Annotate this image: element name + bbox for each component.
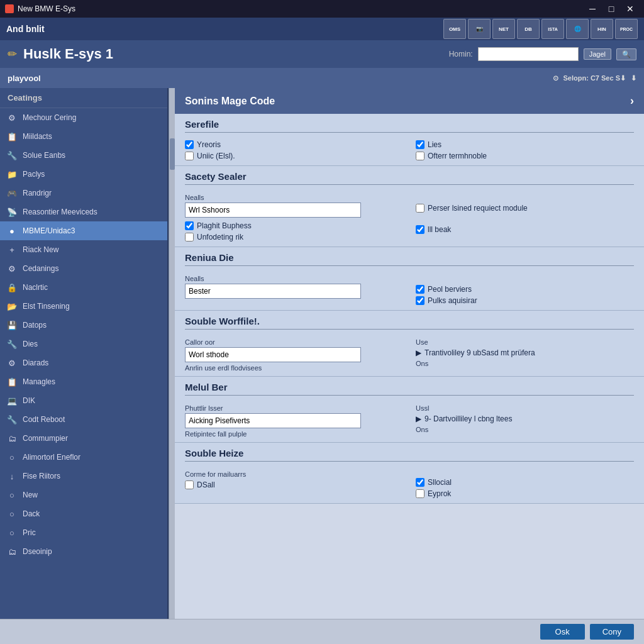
sidebar-item-dack[interactable]: ○ Dack — [0, 504, 167, 523]
sidebar-item-randrigr[interactable]: 🎮 Randrigr — [0, 184, 167, 203]
sidebar-label: Dies — [23, 340, 38, 348]
checkbox-dsall-label: DSall — [197, 480, 215, 489]
serefile-title: Serefile — [185, 119, 634, 133]
sidebar-item-dseoinip[interactable]: 🗂 Dseoinip — [0, 542, 167, 561]
sidebar-scrollbar[interactable] — [169, 88, 175, 619]
app-icon — [5, 4, 14, 13]
cancel-button[interactable]: Cony — [590, 624, 634, 640]
checkbox-pulks-input[interactable] — [416, 296, 425, 305]
window-title: New BMW E-Sys — [18, 4, 75, 13]
checkbox-unfodeting: Unfodeting rik — [185, 233, 403, 242]
toolbar-icon-net[interactable]: NET — [492, 19, 515, 39]
sidebar-item-managles[interactable]: 📋 Managles — [0, 372, 167, 391]
checkbox-lll-input[interactable] — [416, 225, 425, 234]
computer-icon: 💻 — [6, 395, 18, 406]
checkbox-plaghit-input[interactable] — [185, 221, 194, 230]
close-button[interactable]: ✕ — [621, 2, 639, 16]
toolbar-icon-hin[interactable]: HIN — [591, 19, 613, 39]
sidebar-item-paclys[interactable]: 📁 Paclys — [0, 165, 167, 184]
checkbox-perser-input[interactable] — [416, 204, 425, 213]
title-bar: New BMW E-Sys ─ □ ✕ — [0, 0, 644, 18]
checkbox-pulks-label: Pulks aquisirar — [428, 296, 477, 305]
sidebar-item-elst[interactable]: 📂 Elst Tinsening — [0, 297, 167, 316]
sidebar-item-pric[interactable]: ○ Pric — [0, 523, 167, 542]
sidebar-wrapper: Ceatings ⚙ Mechour Cering 📋 Miildacts 🔧 … — [0, 88, 175, 619]
corme-label: Corme for mailuarrs — [185, 470, 403, 478]
melul-right-note: Ons — [416, 426, 634, 433]
checkbox-uniic-input[interactable] — [185, 152, 194, 160]
sidebar-item-cedanings[interactable]: ⚙ Cedanings — [0, 259, 167, 278]
sidebar-item-alimortorl[interactable]: ○ Alimortorl Eneflor — [0, 448, 167, 467]
sidebar-item-naclrtic[interactable]: 🔒 Naclrtic — [0, 278, 167, 297]
aicking-input[interactable] — [185, 413, 361, 428]
checkbox-unfodeting-input[interactable] — [185, 233, 194, 242]
toolbar-icon-oms[interactable]: OMS — [443, 19, 466, 39]
maximize-button[interactable]: □ — [602, 2, 620, 16]
homin-input[interactable] — [478, 47, 579, 61]
sidebar-item-dies[interactable]: 🔧 Dies — [0, 335, 167, 353]
toolbar-icon-cam[interactable]: 📷 — [468, 19, 491, 39]
checkbox-yreoris-input[interactable] — [185, 140, 194, 149]
checkbox-perser-label: Perser lsined requiect module — [428, 204, 528, 213]
bester-input[interactable] — [185, 284, 361, 299]
sidebar-item-commumpier[interactable]: 🗂 Commumpier — [0, 429, 167, 448]
edit-icon: ✏ — [8, 47, 17, 61]
sub-toolbar-status: ⊙ Selopn: C7 Sec S⬇ ⬇ — [553, 74, 636, 82]
wrl-sshoors-input[interactable] — [185, 203, 361, 218]
checkbox-sllocial-input[interactable] — [416, 478, 425, 487]
melul-note: Retipintec fall pulple — [185, 430, 403, 438]
sidebar-item-miildacts[interactable]: 📋 Miildacts — [0, 127, 167, 146]
wrench-icon: 🔧 — [6, 150, 18, 161]
sidebar-item-codt[interactable]: 🔧 Codt Reboot — [0, 410, 167, 429]
sidebar-item-new[interactable]: ○ New — [0, 486, 167, 504]
sidebar-label: Paclys — [23, 170, 45, 179]
souble-worffile-note: Anrlin use erdl flodvisees — [185, 364, 403, 372]
checkbox-sllocial: Sllocial — [416, 478, 634, 487]
ok-button[interactable]: Osk — [540, 624, 585, 640]
checkbox-ofterr-input[interactable] — [416, 152, 425, 160]
reniua-cols: Nealls Peol berviers Pulks aquisirar — [185, 271, 634, 308]
jagel-button[interactable]: Jagel — [584, 48, 611, 60]
worl-sthode-input[interactable] — [185, 347, 361, 362]
serefile-right: Lies Ofterr termhnoble — [416, 138, 634, 163]
lock-icon: 🔒 — [6, 282, 18, 293]
sidebar-item-riack[interactable]: + Riack New — [0, 240, 167, 259]
minimize-button[interactable]: ─ — [584, 2, 601, 16]
section-souble-heize: Souble Heize Corme for mailuarrs DSall S… — [175, 443, 644, 504]
sidebar-item-solue[interactable]: 🔧 Solue Eanbs — [0, 146, 167, 165]
checkbox-dsall-input[interactable] — [185, 480, 194, 489]
ussl-label: Ussl — [416, 404, 634, 412]
gear-icon: ⚙ — [6, 112, 18, 123]
app-header: ✏ Huslk E-sys 1 Homin: Jagel 🔍 — [0, 40, 644, 68]
melul-cols: Phuttlir lsser Retipintec fall pulple Us… — [185, 401, 634, 440]
souble-heize-left: Corme for mailuarrs DSall — [185, 467, 403, 501]
sidebar-item-mechour[interactable]: ⚙ Mechour Cering — [0, 108, 167, 127]
sidebar-item-reasontier[interactable]: 📡 Reasontier Meeviceds — [0, 203, 167, 221]
toolbar-icon-nav[interactable]: 🌐 — [566, 19, 589, 39]
panel-close-button[interactable]: › — [630, 94, 634, 108]
toolbar-icon-db[interactable]: DB — [517, 19, 540, 39]
melul-left: Phuttlir lsser Retipintec fall pulple — [185, 401, 403, 440]
sidebar-item-mbme[interactable]: ● MBME/Unidac3 — [0, 221, 167, 240]
souble-worffile-left: Callor oor Anrlin use erdl flodvisees — [185, 335, 403, 374]
dartvoilliley-row: ▶ 9- Dartvoilliley l cbng ltees — [416, 414, 634, 423]
checkbox-lies-input[interactable] — [416, 140, 425, 149]
sidebar-item-dik[interactable]: 💻 DIK — [0, 391, 167, 410]
toolbar-icon-ista[interactable]: ISTA — [541, 19, 564, 39]
sacety-left: Nealls Plaghit Buphess Unfodeting rik — [185, 190, 403, 244]
sidebar-label: Naclrtic — [23, 283, 48, 292]
sidebar-item-fise[interactable]: ↓ Fise Riitors — [0, 467, 167, 486]
checkbox-eyprok-input[interactable] — [416, 489, 425, 498]
sidebar-label: Diarads — [23, 358, 48, 367]
checkbox-sllocial-label: Sllocial — [428, 478, 452, 487]
souble-worffile-right: Use ▶ Trantivoliley 9 ubSasd mt prüfera … — [416, 335, 634, 374]
sidebar-item-diarads[interactable]: ⚙ Diarads — [0, 353, 167, 372]
sidebar-item-datops[interactable]: 💾 Datops — [0, 316, 167, 335]
sidebar-scrollbar-thumb[interactable] — [170, 138, 175, 170]
checkbox-peol: Peol berviers — [416, 285, 634, 294]
search-button[interactable]: 🔍 — [616, 48, 636, 60]
signal-icon: 📡 — [6, 206, 18, 218]
main-panel: Sonins Mage Code › Serefile Yreoris Unii… — [175, 88, 644, 504]
toolbar-icon-proc[interactable]: PROC — [615, 19, 638, 39]
checkbox-peol-input[interactable] — [416, 285, 425, 294]
